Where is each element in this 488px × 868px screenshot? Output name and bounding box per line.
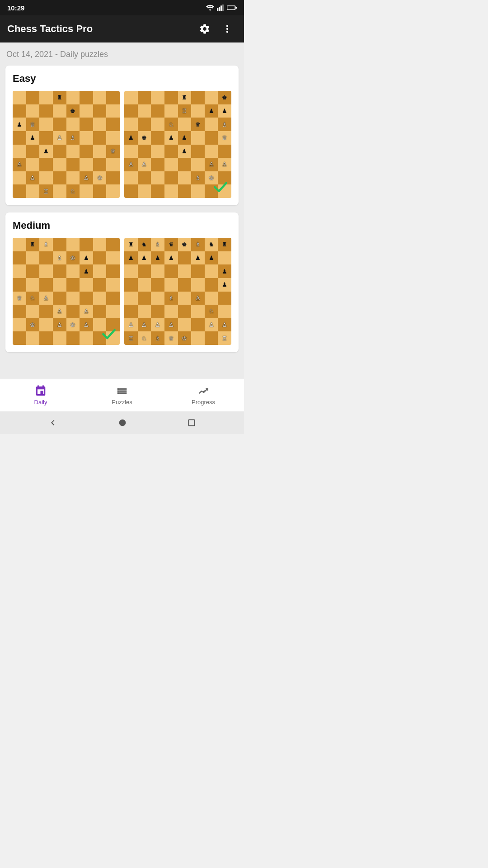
cell-3-2 <box>151 131 164 145</box>
cell-1-2 <box>151 104 164 118</box>
cell-3-0 <box>13 278 26 292</box>
cell-7-6 <box>205 331 218 345</box>
svg-rect-6 <box>227 6 235 9</box>
cell-7-2 <box>151 184 164 198</box>
cell-0-1: ♞ <box>138 238 151 251</box>
medium-puzzle-2[interactable]: ♜♞♗♛♚♗♞♜♟♟♟♟♟♟♟♟♗♙♘♙♙♙♙♙♙♖♘♗♕♔♖ <box>124 238 231 345</box>
piece-wK-6-1: ♔ <box>30 322 35 328</box>
cell-0-4: ♚ <box>178 238 192 251</box>
piece-wP-5-0: ♙ <box>128 161 134 167</box>
easy-puzzle-2[interactable]: ♜♚♖♟♟♘♛♗♟♚♟♟♕♟♙♙♙♙♗♔ <box>124 91 231 198</box>
piece-wK-1-4: ♔ <box>70 255 75 261</box>
easy-puzzle-1[interactable]: ♜♚♟♕♟♙♗♟♕♙♙♙♔♖♘ <box>13 91 120 198</box>
nav-puzzles[interactable]: Puzzles <box>81 379 163 411</box>
cell-6-0 <box>13 171 26 185</box>
cell-2-7 <box>106 118 120 131</box>
cell-3-4 <box>178 278 192 292</box>
cell-2-5 <box>80 118 93 131</box>
cell-7-1 <box>26 331 40 345</box>
piece-wP-4-5: ♙ <box>195 295 201 301</box>
piece-bP-1-6: ♟ <box>209 108 214 114</box>
bottom-nav: Daily Puzzles Progress <box>0 379 244 411</box>
cell-3-1: ♟ <box>26 131 40 145</box>
cell-5-0 <box>13 305 26 318</box>
cell-0-6: ♞ <box>205 238 218 251</box>
cell-4-5 <box>80 292 93 305</box>
chess-board-medium-2[interactable]: ♜♞♗♛♚♗♞♜♟♟♟♟♟♟♟♟♗♙♘♙♙♙♙♙♙♖♘♗♕♔♖ <box>124 238 231 345</box>
piece-wN-4-1: ♘ <box>30 295 35 301</box>
piece-bP-1-5: ♟ <box>84 255 89 261</box>
piece-bP-3-4: ♟ <box>182 135 187 141</box>
piece-wB-6-5: ♗ <box>195 175 201 181</box>
cell-1-4: ♚ <box>66 104 80 118</box>
cell-0-3 <box>53 238 66 251</box>
cell-1-0 <box>13 104 26 118</box>
home-button[interactable] <box>117 418 127 428</box>
cell-2-2 <box>151 264 164 278</box>
cell-1-3 <box>164 104 178 118</box>
back-button[interactable] <box>48 418 58 428</box>
piece-bP-2-7: ♟ <box>222 269 227 274</box>
cell-1-1 <box>26 251 40 265</box>
cell-2-0 <box>124 264 138 278</box>
nav-daily[interactable]: Daily <box>0 379 81 411</box>
medium-puzzle-1[interactable]: ♜♗♗♔♟♟♕♘♙♙♙♔♙♔♙ <box>13 238 120 345</box>
piece-wR-7-2: ♖ <box>43 189 49 194</box>
nav-progress[interactable]: Progress <box>163 379 244 411</box>
cell-4-6 <box>205 292 218 305</box>
cell-7-1 <box>26 184 40 198</box>
cell-6-1: ♙ <box>138 318 151 332</box>
cell-7-3: ♕ <box>164 331 178 345</box>
medium-title: Medium <box>13 220 231 231</box>
cell-7-5 <box>80 184 93 198</box>
svg-rect-9 <box>188 420 194 425</box>
recents-icon <box>187 418 196 427</box>
cell-5-1 <box>26 158 40 171</box>
cell-2-0: ♟ <box>13 118 26 131</box>
piece-wP-6-5: ♙ <box>84 322 89 328</box>
cell-0-1 <box>26 91 40 104</box>
piece-wN-5-6: ♘ <box>209 308 214 314</box>
cell-5-7: ♙ <box>218 158 231 171</box>
svg-rect-2 <box>221 5 222 11</box>
more-options-button[interactable] <box>218 19 237 38</box>
cell-4-5: ♙ <box>191 292 205 305</box>
cell-1-6: ♟ <box>205 251 218 265</box>
cell-0-5: ♗ <box>191 238 205 251</box>
cell-1-6 <box>93 104 107 118</box>
signal-icon <box>217 5 224 11</box>
piece-bP-3-0: ♟ <box>128 135 134 141</box>
cell-4-1 <box>26 145 40 158</box>
piece-wB-0-2: ♗ <box>155 241 160 247</box>
piece-wP-6-2: ♙ <box>155 322 160 328</box>
cell-0-7 <box>106 91 120 104</box>
cell-3-4: ♗ <box>66 131 80 145</box>
cell-6-7: ♙ <box>218 318 231 332</box>
cell-7-1 <box>138 184 151 198</box>
cell-2-2 <box>39 264 53 278</box>
cell-4-3 <box>164 145 178 158</box>
cell-0-1 <box>138 91 151 104</box>
cell-6-4 <box>178 318 192 332</box>
cell-3-7: ♕ <box>218 131 231 145</box>
cell-1-7 <box>218 251 231 265</box>
piece-bR-0-7: ♜ <box>222 241 227 247</box>
cell-4-6 <box>205 145 218 158</box>
cell-4-0: ♕ <box>13 292 26 305</box>
piece-wK-6-6: ♔ <box>97 175 103 181</box>
medium-puzzles-row: ♜♗♗♔♟♟♕♘♙♙♙♔♙♔♙ ♜♞♗♛♚♗♞♜♟♟♟♟♟♟♟♟♗♙♘♙♙♙♙♙… <box>13 238 231 345</box>
cell-2-6 <box>93 264 107 278</box>
cell-2-5 <box>191 264 205 278</box>
chess-board-easy-1[interactable]: ♜♚♟♕♟♙♗♟♕♙♙♙♔♖♘ <box>13 91 120 198</box>
svg-rect-1 <box>219 7 220 11</box>
cell-2-7: ♗ <box>218 118 231 131</box>
completed-checkmark-easy-2 <box>212 179 229 195</box>
cell-2-1 <box>26 264 40 278</box>
cell-5-3 <box>164 305 178 318</box>
settings-button[interactable] <box>195 19 214 38</box>
cell-1-5: ♟ <box>80 251 93 265</box>
cell-6-2 <box>39 318 53 332</box>
cell-0-1: ♜ <box>26 238 40 251</box>
cell-0-5 <box>191 91 205 104</box>
recents-button[interactable] <box>187 418 196 427</box>
